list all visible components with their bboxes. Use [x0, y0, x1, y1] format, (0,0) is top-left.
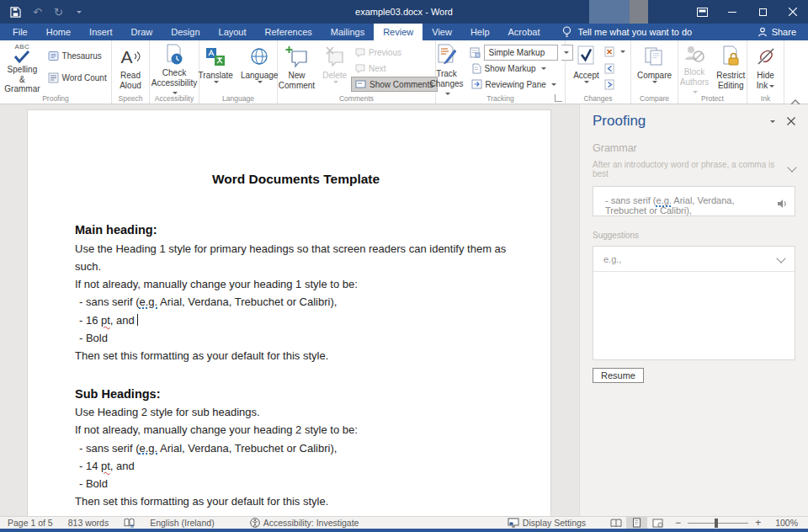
block-authors-button[interactable]: Block Authors — [677, 43, 712, 92]
grammar-flagged-text: e.g. — [656, 195, 672, 205]
tab-home[interactable]: Home — [37, 24, 80, 40]
tab-help[interactable]: Help — [461, 24, 499, 40]
tab-design[interactable]: Design — [162, 24, 209, 40]
restrict-editing-button[interactable]: Restrict Editing — [713, 43, 748, 92]
doc-heading-sub[interactable]: Sub Headings: — [75, 386, 517, 403]
reviewing-pane-icon — [471, 79, 482, 89]
chevron-down-icon[interactable] — [787, 162, 796, 172]
delete-comment-button[interactable]: Delete — [319, 43, 350, 92]
close-button[interactable] — [778, 0, 808, 24]
resume-button[interactable]: Resume — [593, 368, 644, 383]
customize-qat-icon[interactable] — [75, 3, 82, 20]
tab-review[interactable]: Review — [374, 24, 423, 40]
spelling-grammar-button[interactable]: ABC Spelling & Grammar — [1, 43, 43, 92]
zoom-in-button[interactable]: + — [755, 517, 761, 529]
compare-button[interactable]: Compare — [634, 43, 675, 92]
grammar-issue-description: After an introductory word or phrase, a … — [593, 160, 789, 178]
doc-heading-main[interactable]: Main heading: — [75, 221, 517, 239]
word-count-indicator[interactable]: 813 words — [61, 517, 116, 529]
previous-comment-button[interactable]: Previous — [351, 45, 438, 60]
doc-paragraph[interactable]: Then set this formatting as your default… — [75, 492, 517, 510]
quick-access-toolbar: ↶ ↻ — [10, 0, 82, 24]
save-icon[interactable] — [10, 3, 21, 20]
next-change-icon — [604, 79, 615, 90]
word-count-button[interactable]: Word Count — [45, 70, 110, 85]
tab-draw[interactable]: Draw — [122, 24, 162, 40]
read-mode-icon — [610, 519, 622, 528]
proofing-status-button[interactable] — [116, 517, 142, 529]
tab-mailings[interactable]: Mailings — [322, 24, 374, 40]
minimize-button[interactable] — [717, 0, 747, 24]
next-comment-button[interactable]: Next — [351, 61, 438, 76]
doc-bullet[interactable]: - 14 pt, and — [75, 457, 517, 475]
doc-bullet[interactable]: - Bold — [75, 329, 517, 347]
text-cursor — [137, 314, 138, 326]
doc-paragraph[interactable]: If not already, manually change your hea… — [75, 275, 517, 293]
zoom-out-button[interactable]: − — [675, 517, 681, 529]
tell-me-box[interactable]: Tell me what you want to do — [562, 24, 692, 40]
spelling-flagged-text: pt — [101, 314, 110, 327]
display-settings-button[interactable]: Display Settings — [500, 517, 593, 529]
share-button[interactable]: Share — [758, 24, 796, 40]
doc-title[interactable]: Word Documents Template — [75, 170, 517, 188]
page-indicator[interactable]: Page 1 of 5 — [0, 517, 61, 529]
check-accessibility-button[interactable]: Check Accessibility — [148, 43, 200, 92]
accept-button[interactable]: Accept — [570, 43, 603, 92]
new-comment-button[interactable]: New Comment — [275, 43, 318, 92]
next-comment-icon — [354, 64, 365, 73]
pane-options-icon[interactable] — [770, 120, 775, 123]
doc-bullet[interactable]: - sans serif (e.g. Arial, Verdana, Trebu… — [75, 293, 517, 311]
show-markup-button[interactable]: Show Markup — [468, 61, 575, 76]
previous-change-button[interactable] — [603, 61, 626, 76]
undo-icon[interactable]: ↶ — [33, 3, 42, 20]
doc-paragraph[interactable]: Use Heading 2 style for sub headings. — [75, 403, 517, 421]
zoom-slider[interactable] — [688, 523, 748, 524]
read-mode-button[interactable] — [605, 517, 626, 529]
tab-acrobat[interactable]: Acrobat — [499, 24, 550, 40]
thesaurus-button[interactable]: Thesaurus — [45, 48, 110, 63]
track-changes-button[interactable]: Track Changes — [426, 43, 466, 92]
doc-paragraph[interactable]: such. — [75, 258, 517, 275]
read-aloud-icon: A — [120, 44, 140, 69]
tab-insert[interactable]: Insert — [80, 24, 122, 40]
zoom-slider-thumb[interactable] — [715, 519, 718, 528]
speaker-icon[interactable] — [777, 199, 788, 210]
web-layout-button[interactable] — [647, 517, 668, 529]
restrict-editing-icon — [721, 44, 740, 69]
doc-bullet[interactable]: - 16 pt, and — [75, 311, 517, 329]
pane-close-icon[interactable] — [787, 117, 795, 125]
reviewing-pane-button[interactable]: Reviewing Pane — [468, 77, 575, 92]
doc-paragraph[interactable]: Use the Heading 1 style for primary head… — [75, 240, 517, 258]
show-comments-button[interactable]: Show Comments — [351, 77, 438, 92]
document-page[interactable]: Word Documents Template Main heading: Us… — [27, 109, 551, 516]
language-indicator[interactable]: English (Ireland) — [142, 517, 221, 529]
print-layout-button[interactable] — [626, 517, 647, 529]
spelling-grammar-icon: ABC — [13, 44, 30, 63]
tab-references[interactable]: References — [256, 24, 322, 40]
grammar-sentence-card[interactable]: - sans serif (e.g. Arial, Verdana, Trebu… — [593, 186, 795, 216]
suggestion-dropdown[interactable]: e.g., — [593, 247, 795, 272]
tab-layout[interactable]: Layout — [210, 24, 256, 40]
accessibility-icon — [250, 518, 260, 528]
zoom-level[interactable]: 100% — [768, 517, 808, 529]
maximize-button[interactable] — [747, 0, 778, 24]
collapse-ribbon-icon[interactable] — [790, 93, 800, 100]
read-aloud-button[interactable]: A Read Aloud — [116, 43, 145, 92]
show-markup-icon — [471, 63, 481, 74]
tab-file[interactable]: File — [3, 24, 37, 40]
redo-icon[interactable]: ↻ — [54, 3, 63, 20]
tab-view[interactable]: View — [423, 24, 461, 40]
accessibility-status-button[interactable]: Accessibility: Investigate — [242, 517, 367, 529]
reject-change-button[interactable] — [603, 45, 626, 59]
doc-paragraph[interactable]: If not already, manually change your hea… — [75, 421, 517, 439]
hide-ink-button[interactable]: Hide Ink — [752, 43, 779, 92]
doc-bullet[interactable]: - Bold — [75, 475, 517, 492]
doc-paragraph[interactable]: Then set this formatting as your default… — [75, 347, 517, 364]
next-change-button[interactable] — [603, 77, 626, 92]
translate-button[interactable]: Translate — [195, 43, 237, 92]
translate-icon — [205, 44, 226, 69]
doc-bullet[interactable]: - sans serif (e.g. Arial, Verdana, Trebu… — [75, 439, 517, 457]
display-for-review-combobox[interactable]: Simple Markup — [484, 45, 558, 61]
ribbon-tab-bar: File Home Insert Draw Design Layout Refe… — [0, 24, 808, 40]
ribbon-display-options-icon[interactable] — [687, 0, 717, 24]
